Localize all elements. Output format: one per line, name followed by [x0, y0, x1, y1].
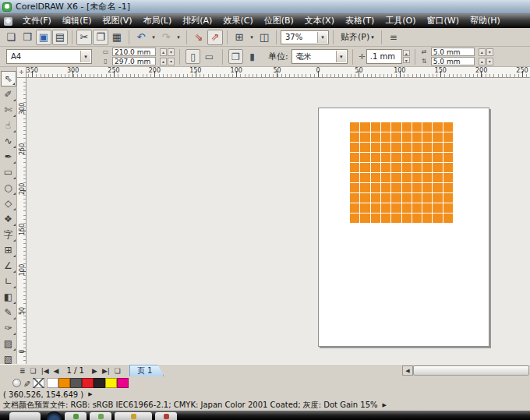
basic-shapes-tool[interactable]: ❖: [1, 211, 16, 227]
color-swatch[interactable]: [47, 378, 58, 388]
crop-tool[interactable]: ✄: [1, 102, 16, 118]
application-launcher-dropdown-arrow[interactable]: ▾: [248, 30, 256, 45]
redo-button[interactable]: ↷: [158, 30, 174, 45]
freehand-tool[interactable]: ∿: [1, 133, 16, 149]
dimension-tool[interactable]: ∠: [1, 258, 16, 274]
color-swatch[interactable]: [94, 378, 105, 388]
page-height-spinner[interactable]: ▴▾: [160, 58, 175, 65]
paste-button[interactable]: ▦: [109, 30, 125, 45]
document-page[interactable]: [318, 108, 489, 347]
export-button[interactable]: ⇗: [207, 30, 223, 45]
menu-item-工具[interactable]: 工具(O): [380, 14, 421, 28]
page-list-icon[interactable]: ≣: [17, 367, 28, 375]
application-launcher-button[interactable]: ⊞: [231, 30, 247, 45]
menu-item-视图[interactable]: 视图(V): [97, 14, 137, 28]
undo-button[interactable]: ↶: [133, 30, 149, 45]
taskbar-button[interactable]: [115, 412, 152, 420]
horizontal-ruler[interactable]: 35030025020015010050050100150200250: [26, 67, 530, 78]
copy-button[interactable]: ❐: [93, 30, 108, 45]
shape-tool[interactable]: ✐: [1, 86, 16, 102]
start-orb[interactable]: [47, 411, 62, 420]
nudge-offset-field[interactable]: .1 mm: [366, 49, 402, 64]
portrait-orientation-button[interactable]: ▯: [186, 49, 200, 64]
cut-button[interactable]: ✂: [76, 30, 92, 45]
chevron-down-icon[interactable]: ▾: [80, 51, 90, 62]
document-window-icon[interactable]: [4, 17, 12, 26]
fill-tool[interactable]: ▨: [1, 336, 16, 351]
page-width-spinner[interactable]: ▴▾: [160, 48, 175, 56]
smart-fill-tool[interactable]: ✒: [1, 149, 16, 164]
open-button[interactable]: ❒: [19, 30, 35, 45]
duplicate-y-spinner[interactable]: ▴▾: [479, 58, 493, 65]
status-flyout-icon[interactable]: ▶: [88, 391, 92, 397]
color-eyedropper-tool[interactable]: ✎: [1, 305, 16, 320]
duplicate-x-field[interactable]: 5.0 mm: [431, 48, 475, 56]
import-button[interactable]: ⇘: [191, 30, 207, 45]
scrollbar-left-button[interactable]: ◀: [402, 365, 413, 376]
color-swatch[interactable]: [117, 378, 129, 388]
print-button[interactable]: ▤: [52, 30, 68, 45]
palette-eyedropper-icon[interactable]: ✐: [23, 378, 30, 388]
save-button[interactable]: ▣: [36, 30, 51, 45]
menu-item-表格[interactable]: 表格(T): [340, 14, 380, 28]
menu-item-位图[interactable]: 位图(B): [259, 14, 299, 28]
apply-to-current-page-button[interactable]: ▮: [245, 49, 260, 64]
taskbar-button[interactable]: [65, 412, 87, 420]
menu-item-文本[interactable]: 文本(X): [299, 14, 340, 28]
blend-tool[interactable]: ◧: [1, 289, 16, 305]
rectangle-tool[interactable]: ▭: [1, 164, 16, 180]
page-tab-1[interactable]: 页 1: [129, 365, 164, 376]
chevron-down-icon[interactable]: ▾: [336, 51, 346, 62]
pick-tool[interactable]: ⇖: [1, 71, 16, 86]
menu-item-文件[interactable]: 文件(F): [17, 14, 57, 28]
menu-item-布局[interactable]: 布局(L): [138, 14, 178, 28]
taskbar-button[interactable]: [90, 412, 111, 420]
polygon-tool[interactable]: ◇: [1, 196, 16, 211]
drawing-canvas[interactable]: [26, 78, 530, 364]
status-flyout-icon[interactable]: ▶: [383, 402, 387, 408]
add-page-button[interactable]: ❏: [28, 367, 39, 375]
connector-tool[interactable]: ∟: [1, 274, 16, 289]
welcome-screen-button[interactable]: ◫: [256, 30, 272, 45]
menu-item-帮助[interactable]: 帮助(H): [465, 14, 506, 28]
color-swatch[interactable]: [82, 378, 94, 388]
table-tool[interactable]: ⊞: [1, 242, 16, 258]
duplicate-x-spinner[interactable]: ▴▾: [479, 48, 493, 56]
ruler-origin[interactable]: ✛: [17, 67, 26, 78]
apply-to-all-pages-button[interactable]: ❐: [228, 49, 243, 64]
color-swatch[interactable]: [105, 378, 117, 388]
color-swatch[interactable]: [58, 378, 70, 388]
last-page-button[interactable]: ▶|: [100, 367, 112, 375]
redo-dropdown-arrow[interactable]: ▾: [175, 30, 182, 45]
title-bar[interactable]: CorelDRAW X6 - [未命名 -1]: [0, 0, 530, 14]
taskbar-button[interactable]: [155, 412, 177, 420]
horizontal-scrollbar-thumb[interactable]: [413, 365, 529, 376]
duplicate-y-field[interactable]: 5.0 mm: [431, 57, 475, 65]
menu-item-编辑[interactable]: 编辑(E): [57, 14, 97, 28]
no-color-swatch[interactable]: [33, 378, 44, 388]
new-document-button[interactable]: ❏: [3, 30, 19, 45]
landscape-orientation-button[interactable]: ▭: [202, 49, 217, 64]
add-page-button[interactable]: ❏: [112, 367, 123, 375]
units-combo[interactable]: 毫米 ▾: [292, 49, 348, 64]
options-button[interactable]: ≡: [386, 30, 401, 45]
color-swatch[interactable]: [70, 378, 82, 388]
quick-launch-area[interactable]: [9, 412, 41, 420]
undo-dropdown-arrow[interactable]: ▾: [150, 30, 157, 45]
previous-page-button[interactable]: ◀: [51, 367, 62, 375]
nudge-offset-spinner[interactable]: ▴▾: [403, 50, 410, 63]
menu-item-效果[interactable]: 效果(C): [217, 14, 258, 28]
chevron-down-icon[interactable]: ▾: [317, 32, 327, 43]
graph-paper-object[interactable]: [350, 122, 453, 223]
palette-options-button[interactable]: [12, 379, 21, 387]
vertical-ruler[interactable]: 300250200150100500: [17, 78, 26, 364]
outline-pen-tool[interactable]: ✑: [1, 320, 16, 336]
menu-item-排列[interactable]: 排列(A): [177, 14, 217, 28]
page-height-field[interactable]: 297.0 mm: [112, 57, 156, 65]
page-size-combo[interactable]: A4 ▾: [6, 49, 92, 64]
snap-to-dropdown[interactable]: 贴齐(P) ▾: [337, 30, 377, 45]
first-page-button[interactable]: |◀: [39, 367, 51, 375]
ellipse-tool[interactable]: ○: [1, 180, 16, 196]
zoom-pan-tool[interactable]: ☝: [1, 118, 16, 133]
zoom-level-combo[interactable]: 37% ▾: [281, 30, 329, 44]
